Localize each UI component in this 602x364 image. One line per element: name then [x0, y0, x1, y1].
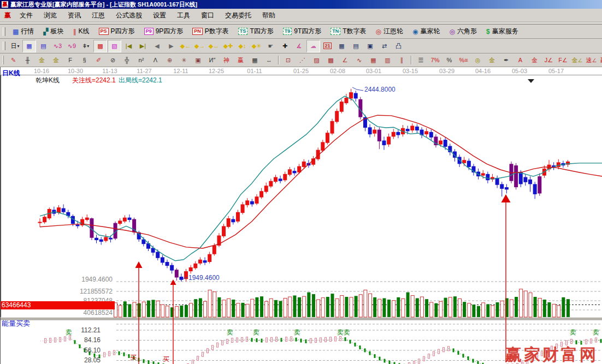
crosshair-icon[interactable]: ✚ — [278, 40, 292, 52]
draw-hash-2-icon[interactable]: ╬ — [120, 55, 134, 66]
nav-next-icon[interactable]: ▶ — [164, 40, 178, 52]
draw-speed-angle-icon[interactable]: 速∠ — [585, 55, 598, 66]
draw-gold-circle-icon[interactable]: ◎ — [471, 55, 485, 66]
menu-item-gann[interactable]: 江恩 — [86, 10, 110, 20]
draw-fan-icon[interactable]: ⋰ — [296, 55, 309, 66]
smart-analysis-icon[interactable]: ☁ — [306, 40, 320, 52]
draw-spiral-icon[interactable]: § — [78, 55, 91, 66]
draw-ruler-icon[interactable]: ▦ — [248, 55, 262, 66]
info-panel-icon[interactable]: ▤ — [37, 40, 50, 52]
draw-hash-icon[interactable]: ╫ — [21, 55, 34, 66]
menu-item-formula[interactable]: 公式选股 — [110, 10, 147, 20]
period-day-dropdown-icon[interactable]: 日▾ — [8, 40, 22, 52]
wave-3-icon[interactable]: ∿3 — [51, 40, 64, 52]
draw-angle-icon[interactable]: ∠ — [338, 55, 352, 66]
draw-width-icon[interactable]: ↔ — [262, 55, 276, 66]
draw-shen-lines-icon[interactable]: 神 — [220, 55, 233, 66]
draw-n2-icon[interactable]: n² — [134, 55, 148, 66]
compress-horizontal-diamond-icon[interactable]: ◆✚ — [221, 40, 235, 52]
menu-item-settings[interactable]: 设置 — [147, 10, 172, 20]
draw-gold-lines-1-icon[interactable]: 金 — [35, 55, 49, 66]
draw-pen-icon[interactable]: ✎ — [7, 55, 20, 66]
toolbar-button-kline[interactable]: ∥K线 — [69, 26, 94, 37]
draw-circle-cross-icon[interactable]: ⊕ — [163, 55, 176, 66]
toolbar-button-hexagon[interactable]: ◎六角形 — [445, 26, 481, 37]
toolbar-button-winner-wheel[interactable]: ◉赢家轮 — [408, 26, 444, 37]
print-icon[interactable]: 凸 — [392, 40, 405, 52]
toolbar-button-p-table[interactable]: PNP数字表 — [188, 26, 233, 37]
draw-a-wave-icon[interactable]: A — [514, 55, 527, 66]
nav-last-icon[interactable]: ▶| — [136, 40, 150, 52]
draw-grid-icon[interactable]: ▦ — [367, 55, 380, 66]
toolbar-button-gann-wheel[interactable]: ◎江恩轮 — [371, 26, 408, 37]
draw-j-angle-icon[interactable]: J∠ — [542, 55, 556, 66]
nav-prev-icon[interactable]: ◀ — [150, 40, 164, 52]
chip-distribution-icon[interactable]: ▩ — [93, 40, 107, 52]
draw-measure-icon[interactable]: ☰ — [414, 55, 428, 66]
save-icon[interactable]: ▣ — [363, 40, 377, 52]
menu-item-tools[interactable]: 工具 — [172, 10, 196, 20]
chart-region[interactable]: 10-1610-3011-1311-2712-1112-2501-1101-25… — [0, 67, 602, 364]
notepad-icon[interactable]: ▤ — [349, 40, 363, 52]
color-volume-icon[interactable]: ▧ — [108, 40, 121, 52]
draw-n-mark-icon[interactable]: И″ — [205, 55, 219, 66]
draw-f-angle-icon[interactable]: F∠ — [556, 55, 570, 66]
menu-item-file[interactable]: 文件 — [14, 10, 38, 20]
angle-measure-icon[interactable]: ∡ — [292, 40, 306, 52]
draw-star-circle-icon[interactable]: ✳ — [177, 55, 191, 66]
draw-box-grid-icon[interactable]: ▩ — [324, 55, 338, 66]
draw-pct-lines-icon[interactable]: %≡ — [457, 55, 470, 66]
candle-style-dropdown-icon[interactable]: ǂ▾ — [79, 40, 93, 52]
toolbar-button-winner-service[interactable]: $赢家服务 — [482, 26, 523, 37]
menu-item-trade[interactable]: 交易委托 — [220, 10, 257, 20]
draw-7pct-icon[interactable]: 7% — [428, 55, 442, 66]
menu-item-info[interactable]: 资讯 — [62, 10, 86, 20]
draw-grid-2-icon[interactable]: ▥ — [381, 55, 394, 66]
draw-ink-pen-icon[interactable]: ✒ — [499, 55, 513, 66]
menu-item-help[interactable]: 帮助 — [257, 10, 281, 20]
toolbar-button-quote[interactable]: ▦行情 — [8, 26, 38, 37]
draw-ying-angle-icon[interactable]: 赢∠ — [599, 55, 602, 66]
zoom-right-diamond-icon[interactable]: ◆→ — [193, 40, 206, 52]
draw-square-target-icon[interactable]: ▣ — [191, 55, 205, 66]
draw-f-lines-icon[interactable]: F — [63, 55, 77, 66]
expand-horizontal-diamond-icon[interactable]: ◆↔ — [207, 40, 221, 52]
period-label[interactable]: 日K线 — [2, 69, 20, 78]
draw-pct-icon[interactable]: % — [442, 55, 456, 66]
menu-item-window[interactable]: 窗口 — [196, 10, 220, 20]
draw-gold-level-icon[interactable]: 金 — [485, 55, 499, 66]
expand-all-diamond-icon[interactable]: ◆✳ — [250, 40, 263, 52]
draw-zigzag-icon[interactable]: ∿ — [352, 55, 366, 66]
draw-box-lines-icon[interactable]: ⊡ — [281, 55, 295, 66]
export-icon[interactable]: ⇄ — [377, 40, 391, 52]
draw-parallel-icon[interactable]: ∥ — [395, 55, 409, 66]
toolbar-grip[interactable] — [3, 27, 5, 36]
draw-ying-lines-icon[interactable]: 赢 — [234, 55, 247, 66]
qiankun-kline-toggle-icon[interactable]: ▦ — [22, 40, 36, 52]
draw-box-fan-icon[interactable]: ▨ — [310, 55, 323, 66]
expand-vertical-diamond-icon[interactable]: ◆↕ — [235, 40, 249, 52]
toolbar-button-9t-square[interactable]: T99T四方形 — [279, 26, 326, 37]
zoom-left-diamond-icon[interactable]: ◆← — [179, 40, 192, 52]
toolbar-button-p-square[interactable]: PSP四方形 — [95, 26, 139, 37]
draw-gold-red-icon[interactable]: 金 — [528, 55, 541, 66]
toolbar-button-sector[interactable]: ▞板块 — [39, 26, 68, 37]
chart-canvas[interactable]: 卖卖卖卖卖卖卖卖买买买 — [1, 67, 602, 364]
title-bar[interactable]: 赢 赢家江恩专业版[赢家内部服务平台] - [上证指数 SH1A0001-167… — [0, 0, 602, 9]
calculator-icon[interactable]: ▦ — [335, 40, 349, 52]
drag-hand-icon[interactable]: ☛ — [264, 40, 278, 52]
toolbar-button-t-table[interactable]: TNT数字表 — [326, 26, 370, 37]
draw-mirror-icon[interactable]: Λ — [149, 55, 162, 66]
nav-first-icon[interactable]: |◀ — [122, 40, 135, 52]
draw-gold-lines-2-icon[interactable]: 金 — [49, 55, 63, 66]
toolbar-grip[interactable] — [3, 41, 5, 50]
calendar-21-icon[interactable]: 21 — [321, 40, 334, 52]
draw-pen-2-icon[interactable]: ✐ — [92, 55, 105, 66]
draw-compass-icon[interactable]: ⊘ — [106, 55, 120, 66]
toolbar-button-9p-square[interactable]: P99P四方形 — [140, 26, 188, 37]
toolbar-grip[interactable] — [3, 56, 4, 64]
wave-9-icon[interactable]: ∿9 — [65, 40, 79, 52]
draw-gold-angle-icon[interactable]: 金∠ — [570, 55, 584, 66]
toolbar-button-t-square[interactable]: TST四方形 — [234, 26, 278, 37]
menu-item-browse[interactable]: 浏览 — [38, 10, 62, 20]
